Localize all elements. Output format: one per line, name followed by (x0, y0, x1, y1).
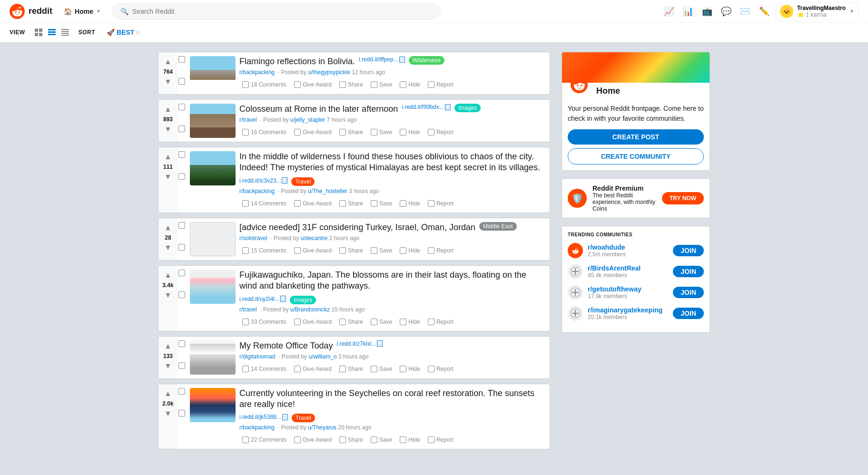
post-subreddit[interactable]: r/digitalnomad (239, 353, 275, 360)
share-button[interactable]: Share (336, 317, 366, 327)
report-button[interactable]: Report (425, 198, 456, 209)
give-award-button[interactable]: Give Award (291, 79, 335, 90)
mail-icon[interactable]: ✉️ (738, 4, 753, 19)
share-button[interactable]: Share (336, 79, 366, 90)
join-button[interactable]: JOIN (673, 308, 704, 319)
save-button[interactable]: Save (368, 317, 395, 327)
post-subreddit[interactable]: r/backpacking (239, 188, 275, 194)
select-checkbox-bottom[interactable] (178, 244, 185, 251)
give-award-button[interactable]: Give Award (291, 127, 335, 137)
share-button[interactable]: Share (336, 364, 366, 374)
select-checkbox-top[interactable] (178, 340, 185, 347)
hide-button[interactable]: Hide (397, 127, 423, 137)
select-checkbox-top[interactable] (178, 104, 185, 110)
join-button[interactable]: JOIN (673, 266, 704, 277)
post-author[interactable]: u/decantre (301, 235, 328, 242)
post-subreddit[interactable]: r/backpacking (239, 424, 275, 431)
select-checkbox-bottom[interactable] (178, 173, 185, 180)
comments-button[interactable]: 22 Comments (239, 435, 289, 445)
view-list-icon[interactable] (46, 27, 58, 38)
comments-button[interactable]: 15 Comments (239, 245, 289, 256)
select-checkbox-top[interactable] (178, 151, 185, 158)
post-card[interactable]: ▲ 28 ▼ [advice needed] 31F considering T… (158, 218, 550, 261)
trending-icon[interactable]: 📈 (661, 4, 677, 19)
select-checkbox-top[interactable] (178, 56, 185, 63)
post-link[interactable]: i.redd.it/jk5388... □ (239, 414, 288, 420)
select-checkbox-top[interactable] (178, 388, 185, 395)
comments-button[interactable]: 33 Comments (239, 317, 289, 327)
report-button[interactable]: Report (425, 364, 456, 374)
post-link[interactable]: i.redd.it/uy2l4l... □ (239, 296, 286, 302)
post-author[interactable]: u/thegypsypickle (308, 69, 350, 76)
post-card[interactable]: ▲ 111 ▼ In the middle of wilderness I fo… (158, 147, 550, 213)
join-button[interactable]: JOIN (673, 245, 704, 256)
create-community-button[interactable]: CREATE COMMUNITY (568, 148, 704, 165)
search-input[interactable] (132, 8, 433, 15)
upvote-button[interactable]: ▲ (162, 270, 174, 281)
save-button[interactable]: Save (368, 435, 395, 445)
share-button[interactable]: Share (336, 198, 366, 209)
post-link[interactable]: i.redd.it/ic3v23... □ (239, 177, 287, 184)
post-author[interactable]: u/Theyarus (308, 424, 336, 431)
share-button[interactable]: Share (336, 435, 366, 445)
community-name[interactable]: r/woahdude (588, 243, 668, 251)
select-checkbox-bottom[interactable] (178, 126, 185, 132)
edit-icon[interactable]: ✏️ (757, 4, 772, 19)
search-bar[interactable]: 🔍 (112, 3, 441, 20)
share-button[interactable]: Share (336, 245, 366, 256)
upvote-button[interactable]: ▲ (162, 222, 174, 233)
give-award-button[interactable]: Give Award (291, 364, 335, 374)
create-post-button[interactable]: CREATE POST (568, 129, 704, 145)
downvote-button[interactable]: ▼ (162, 171, 174, 183)
report-button[interactable]: Report (425, 435, 456, 445)
post-link[interactable]: i.redd.it/tffpep... □ (359, 56, 405, 63)
post-card[interactable]: ▲ 893 ▼ Colosseum at Rome in the later a… (158, 99, 550, 142)
community-name[interactable]: r/getoutoftheway (588, 285, 668, 293)
save-button[interactable]: Save (368, 127, 395, 137)
select-checkbox-top[interactable] (178, 222, 185, 229)
save-button[interactable]: Save (368, 198, 395, 209)
post-link[interactable]: i.redd.it/z7klxl... □ (336, 340, 383, 347)
upvote-button[interactable]: ▲ (162, 340, 174, 352)
join-button[interactable]: JOIN (673, 287, 704, 298)
post-card[interactable]: ▲ 764 ▼ Flamingo reflections in Bolivia.… (158, 52, 550, 95)
home-nav-button[interactable]: 🏠 Home ▼ (60, 6, 105, 17)
post-author[interactable]: u/Brandonmckz (290, 306, 330, 313)
community-name[interactable]: r/imaginarygatekeeping (588, 306, 668, 314)
select-checkbox-bottom[interactable] (178, 78, 185, 85)
post-author[interactable]: u/jelly_stapler (290, 116, 325, 123)
comments-button[interactable]: 16 Comments (239, 127, 289, 137)
save-button[interactable]: Save (368, 79, 395, 90)
logo[interactable]: reddit (10, 4, 52, 19)
give-award-button[interactable]: Give Award (291, 198, 335, 209)
view-compact-icon[interactable] (59, 27, 71, 38)
post-card[interactable]: ▲ 2.0k ▼ Currently volunteering in the S… (158, 384, 550, 450)
sort-best-button[interactable]: 🚀 BEST □ (103, 27, 143, 38)
report-button[interactable]: Report (425, 317, 456, 327)
try-now-button[interactable]: TRY NOW (662, 192, 704, 204)
give-award-button[interactable]: Give Award (291, 317, 335, 327)
hide-button[interactable]: Hide (397, 364, 423, 374)
hide-button[interactable]: Hide (397, 198, 423, 209)
upvote-button[interactable]: ▲ (162, 56, 174, 68)
select-checkbox-bottom[interactable] (178, 362, 185, 369)
community-name[interactable]: r/BirdsArentReal (588, 264, 668, 272)
hide-button[interactable]: Hide (397, 317, 423, 327)
post-card[interactable]: ▲ 3.4k ▼ Fujikawaguchiko, Japan. The blo… (158, 265, 550, 331)
user-menu[interactable]: 🐱 TravellingMaestro ⭐ 1 karma ▼ (776, 2, 858, 20)
downvote-button[interactable]: ▼ (162, 408, 174, 419)
view-card-icon[interactable] (33, 27, 44, 38)
upvote-button[interactable]: ▲ (162, 104, 174, 115)
give-award-button[interactable]: Give Award (291, 435, 335, 445)
downvote-button[interactable]: ▼ (162, 290, 174, 301)
downvote-button[interactable]: ▼ (162, 360, 174, 372)
comments-button[interactable]: 14 Comments (239, 198, 289, 209)
hide-button[interactable]: Hide (397, 79, 423, 90)
comments-button[interactable]: 14 Comments (239, 364, 289, 374)
give-award-button[interactable]: Give Award (291, 245, 335, 256)
post-subreddit[interactable]: r/travel (239, 306, 257, 313)
select-checkbox-top[interactable] (178, 270, 185, 276)
upvote-button[interactable]: ▲ (162, 151, 174, 163)
post-subreddit[interactable]: r/travel (239, 116, 257, 123)
chat-icon[interactable]: 💬 (719, 4, 734, 19)
